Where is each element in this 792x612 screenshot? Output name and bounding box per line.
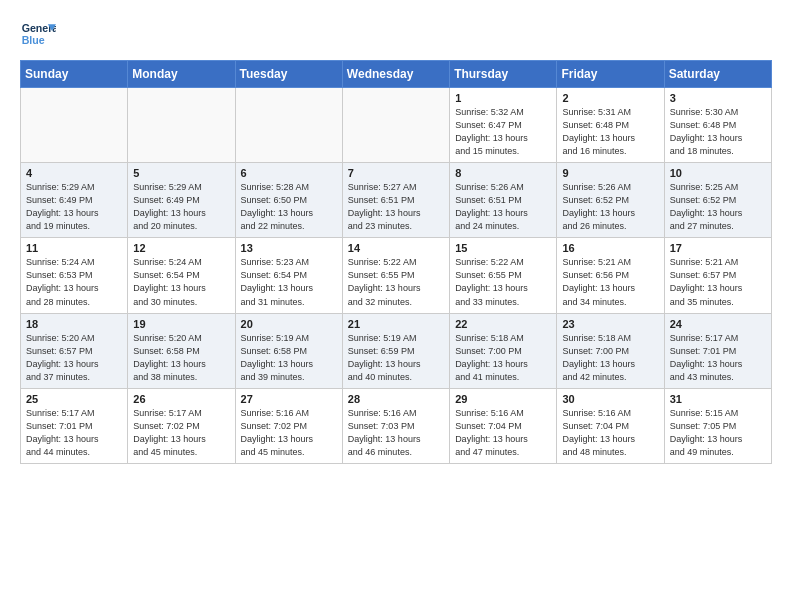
day-number: 7 bbox=[348, 167, 444, 179]
calendar-cell bbox=[342, 88, 449, 163]
weekday-header-friday: Friday bbox=[557, 61, 664, 88]
calendar-cell: 27Sunrise: 5:16 AMSunset: 7:02 PMDayligh… bbox=[235, 388, 342, 463]
week-row-5: 25Sunrise: 5:17 AMSunset: 7:01 PMDayligh… bbox=[21, 388, 772, 463]
day-number: 17 bbox=[670, 242, 766, 254]
day-number: 24 bbox=[670, 318, 766, 330]
day-number: 15 bbox=[455, 242, 551, 254]
day-info: Sunrise: 5:22 AMSunset: 6:55 PMDaylight:… bbox=[348, 256, 444, 308]
day-info: Sunrise: 5:25 AMSunset: 6:52 PMDaylight:… bbox=[670, 181, 766, 233]
calendar-cell: 11Sunrise: 5:24 AMSunset: 6:53 PMDayligh… bbox=[21, 238, 128, 313]
day-number: 30 bbox=[562, 393, 658, 405]
calendar-cell: 7Sunrise: 5:27 AMSunset: 6:51 PMDaylight… bbox=[342, 163, 449, 238]
day-number: 31 bbox=[670, 393, 766, 405]
day-info: Sunrise: 5:19 AMSunset: 6:59 PMDaylight:… bbox=[348, 332, 444, 384]
day-number: 27 bbox=[241, 393, 337, 405]
day-number: 8 bbox=[455, 167, 551, 179]
calendar-cell: 19Sunrise: 5:20 AMSunset: 6:58 PMDayligh… bbox=[128, 313, 235, 388]
calendar-cell: 4Sunrise: 5:29 AMSunset: 6:49 PMDaylight… bbox=[21, 163, 128, 238]
day-info: Sunrise: 5:23 AMSunset: 6:54 PMDaylight:… bbox=[241, 256, 337, 308]
day-info: Sunrise: 5:30 AMSunset: 6:48 PMDaylight:… bbox=[670, 106, 766, 158]
logo: General Blue bbox=[20, 16, 56, 52]
calendar-cell: 2Sunrise: 5:31 AMSunset: 6:48 PMDaylight… bbox=[557, 88, 664, 163]
calendar-cell: 13Sunrise: 5:23 AMSunset: 6:54 PMDayligh… bbox=[235, 238, 342, 313]
calendar-cell bbox=[21, 88, 128, 163]
day-number: 19 bbox=[133, 318, 229, 330]
day-number: 3 bbox=[670, 92, 766, 104]
day-info: Sunrise: 5:20 AMSunset: 6:58 PMDaylight:… bbox=[133, 332, 229, 384]
calendar: SundayMondayTuesdayWednesdayThursdayFrid… bbox=[20, 60, 772, 464]
day-number: 1 bbox=[455, 92, 551, 104]
day-number: 22 bbox=[455, 318, 551, 330]
calendar-cell: 3Sunrise: 5:30 AMSunset: 6:48 PMDaylight… bbox=[664, 88, 771, 163]
week-row-2: 4Sunrise: 5:29 AMSunset: 6:49 PMDaylight… bbox=[21, 163, 772, 238]
weekday-header-wednesday: Wednesday bbox=[342, 61, 449, 88]
calendar-cell: 10Sunrise: 5:25 AMSunset: 6:52 PMDayligh… bbox=[664, 163, 771, 238]
calendar-cell: 16Sunrise: 5:21 AMSunset: 6:56 PMDayligh… bbox=[557, 238, 664, 313]
day-number: 9 bbox=[562, 167, 658, 179]
week-row-4: 18Sunrise: 5:20 AMSunset: 6:57 PMDayligh… bbox=[21, 313, 772, 388]
calendar-cell: 18Sunrise: 5:20 AMSunset: 6:57 PMDayligh… bbox=[21, 313, 128, 388]
calendar-cell bbox=[235, 88, 342, 163]
day-info: Sunrise: 5:16 AMSunset: 7:04 PMDaylight:… bbox=[562, 407, 658, 459]
calendar-cell: 20Sunrise: 5:19 AMSunset: 6:58 PMDayligh… bbox=[235, 313, 342, 388]
day-number: 6 bbox=[241, 167, 337, 179]
day-info: Sunrise: 5:18 AMSunset: 7:00 PMDaylight:… bbox=[562, 332, 658, 384]
day-number: 4 bbox=[26, 167, 122, 179]
day-info: Sunrise: 5:28 AMSunset: 6:50 PMDaylight:… bbox=[241, 181, 337, 233]
day-number: 11 bbox=[26, 242, 122, 254]
day-number: 21 bbox=[348, 318, 444, 330]
calendar-cell: 31Sunrise: 5:15 AMSunset: 7:05 PMDayligh… bbox=[664, 388, 771, 463]
day-info: Sunrise: 5:29 AMSunset: 6:49 PMDaylight:… bbox=[26, 181, 122, 233]
day-number: 29 bbox=[455, 393, 551, 405]
day-info: Sunrise: 5:17 AMSunset: 7:02 PMDaylight:… bbox=[133, 407, 229, 459]
calendar-cell: 1Sunrise: 5:32 AMSunset: 6:47 PMDaylight… bbox=[450, 88, 557, 163]
calendar-cell: 14Sunrise: 5:22 AMSunset: 6:55 PMDayligh… bbox=[342, 238, 449, 313]
day-info: Sunrise: 5:21 AMSunset: 6:57 PMDaylight:… bbox=[670, 256, 766, 308]
calendar-cell: 8Sunrise: 5:26 AMSunset: 6:51 PMDaylight… bbox=[450, 163, 557, 238]
day-number: 2 bbox=[562, 92, 658, 104]
calendar-cell bbox=[128, 88, 235, 163]
day-number: 10 bbox=[670, 167, 766, 179]
day-info: Sunrise: 5:17 AMSunset: 7:01 PMDaylight:… bbox=[670, 332, 766, 384]
day-info: Sunrise: 5:24 AMSunset: 6:53 PMDaylight:… bbox=[26, 256, 122, 308]
day-info: Sunrise: 5:31 AMSunset: 6:48 PMDaylight:… bbox=[562, 106, 658, 158]
day-number: 20 bbox=[241, 318, 337, 330]
weekday-header-thursday: Thursday bbox=[450, 61, 557, 88]
calendar-cell: 24Sunrise: 5:17 AMSunset: 7:01 PMDayligh… bbox=[664, 313, 771, 388]
day-number: 26 bbox=[133, 393, 229, 405]
day-info: Sunrise: 5:24 AMSunset: 6:54 PMDaylight:… bbox=[133, 256, 229, 308]
day-info: Sunrise: 5:21 AMSunset: 6:56 PMDaylight:… bbox=[562, 256, 658, 308]
header: General Blue bbox=[20, 16, 772, 52]
week-row-3: 11Sunrise: 5:24 AMSunset: 6:53 PMDayligh… bbox=[21, 238, 772, 313]
svg-text:Blue: Blue bbox=[22, 34, 45, 46]
day-info: Sunrise: 5:16 AMSunset: 7:02 PMDaylight:… bbox=[241, 407, 337, 459]
weekday-header-tuesday: Tuesday bbox=[235, 61, 342, 88]
day-info: Sunrise: 5:18 AMSunset: 7:00 PMDaylight:… bbox=[455, 332, 551, 384]
page: General Blue SundayMondayTuesdayWednesda… bbox=[0, 0, 792, 480]
calendar-cell: 30Sunrise: 5:16 AMSunset: 7:04 PMDayligh… bbox=[557, 388, 664, 463]
calendar-cell: 12Sunrise: 5:24 AMSunset: 6:54 PMDayligh… bbox=[128, 238, 235, 313]
day-number: 5 bbox=[133, 167, 229, 179]
day-number: 16 bbox=[562, 242, 658, 254]
weekday-header-monday: Monday bbox=[128, 61, 235, 88]
day-info: Sunrise: 5:32 AMSunset: 6:47 PMDaylight:… bbox=[455, 106, 551, 158]
day-number: 18 bbox=[26, 318, 122, 330]
day-number: 13 bbox=[241, 242, 337, 254]
calendar-cell: 21Sunrise: 5:19 AMSunset: 6:59 PMDayligh… bbox=[342, 313, 449, 388]
day-info: Sunrise: 5:26 AMSunset: 6:52 PMDaylight:… bbox=[562, 181, 658, 233]
calendar-cell: 6Sunrise: 5:28 AMSunset: 6:50 PMDaylight… bbox=[235, 163, 342, 238]
weekday-header-saturday: Saturday bbox=[664, 61, 771, 88]
calendar-cell: 26Sunrise: 5:17 AMSunset: 7:02 PMDayligh… bbox=[128, 388, 235, 463]
calendar-cell: 9Sunrise: 5:26 AMSunset: 6:52 PMDaylight… bbox=[557, 163, 664, 238]
weekday-header-row: SundayMondayTuesdayWednesdayThursdayFrid… bbox=[21, 61, 772, 88]
day-info: Sunrise: 5:15 AMSunset: 7:05 PMDaylight:… bbox=[670, 407, 766, 459]
day-info: Sunrise: 5:16 AMSunset: 7:04 PMDaylight:… bbox=[455, 407, 551, 459]
calendar-cell: 23Sunrise: 5:18 AMSunset: 7:00 PMDayligh… bbox=[557, 313, 664, 388]
day-number: 23 bbox=[562, 318, 658, 330]
logo-icon: General Blue bbox=[20, 16, 56, 52]
calendar-cell: 25Sunrise: 5:17 AMSunset: 7:01 PMDayligh… bbox=[21, 388, 128, 463]
day-number: 25 bbox=[26, 393, 122, 405]
day-number: 14 bbox=[348, 242, 444, 254]
calendar-cell: 17Sunrise: 5:21 AMSunset: 6:57 PMDayligh… bbox=[664, 238, 771, 313]
calendar-cell: 29Sunrise: 5:16 AMSunset: 7:04 PMDayligh… bbox=[450, 388, 557, 463]
